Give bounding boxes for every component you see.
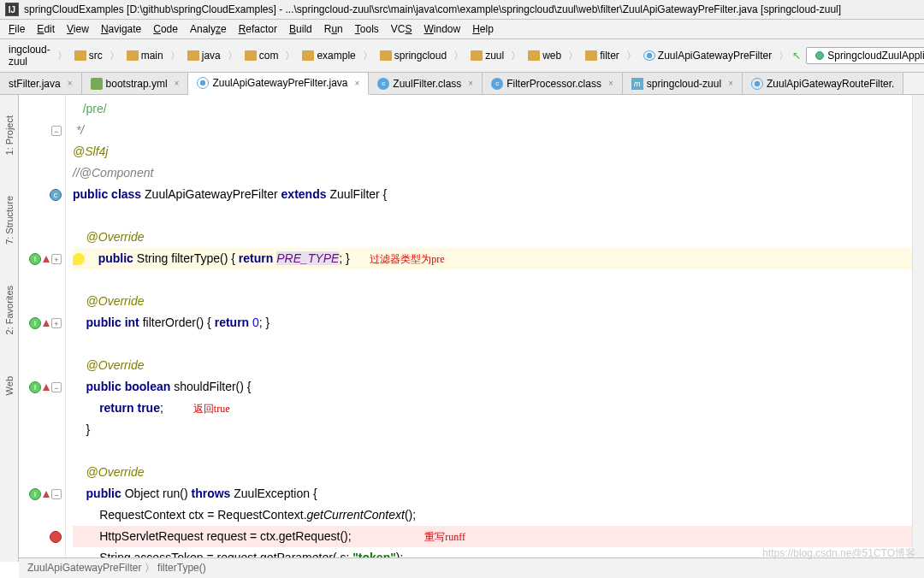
menu-run[interactable]: Run [319, 21, 348, 37]
annotation-text: 返回true [193, 403, 230, 415]
breadcrumb[interactable]: web [524, 48, 565, 63]
tab-file[interactable]: cFilterProcessor.class× [483, 73, 623, 94]
override-icon[interactable]: I [29, 317, 41, 329]
class-gutter-icon[interactable]: c [50, 189, 62, 201]
back-arrow-icon[interactable]: ↖ [792, 50, 801, 62]
close-icon[interactable]: × [68, 79, 73, 88]
folder-icon [380, 50, 392, 61]
tab-file[interactable]: ZuulApiGatewayPreFilter.java× [188, 73, 369, 95]
tool-web[interactable]: Web [4, 373, 15, 398]
run-config-label: SpringcloudZuulApplication [827, 50, 924, 62]
override-icon[interactable]: I [29, 253, 41, 265]
menu-bar: File Edit View Navigate Code Analyze Ref… [0, 20, 924, 39]
folder-icon [245, 50, 257, 61]
breadcrumb[interactable]: example [299, 48, 358, 63]
tool-project[interactable]: 1: Project [4, 112, 15, 158]
main-area: 1: Project 7: Structure 2: Favorites Web… [0, 95, 924, 562]
breadcrumb[interactable]: main [123, 48, 167, 63]
folder-icon [528, 50, 540, 61]
spring-icon [815, 51, 824, 60]
up-arrow-icon[interactable] [43, 256, 50, 262]
folder-icon [74, 50, 86, 61]
breadcrumb[interactable]: com [241, 48, 282, 63]
close-icon[interactable]: × [608, 79, 613, 88]
fold-icon[interactable]: + [51, 254, 62, 264]
gutter: − c I+ I+ I− I− [19, 95, 66, 562]
close-icon[interactable]: × [728, 79, 733, 88]
fold-icon[interactable]: − [51, 489, 62, 499]
yml-icon [91, 78, 103, 90]
java-icon [751, 78, 763, 90]
class-icon [643, 50, 655, 61]
close-icon[interactable]: × [468, 79, 473, 88]
menu-build[interactable]: Build [284, 21, 317, 37]
class-icon: c [377, 78, 389, 90]
breadcrumb-status[interactable]: ZuulApiGatewayPreFilter 〉 filterType() [27, 562, 206, 574]
bulb-icon[interactable] [73, 253, 85, 265]
menu-help[interactable]: Help [467, 21, 499, 37]
module-icon: m [631, 78, 643, 90]
folder-icon [302, 50, 314, 61]
up-arrow-icon[interactable] [43, 320, 50, 327]
tab-file[interactable]: ZuulApiGatewayRouteFilter. [743, 73, 903, 94]
java-icon [197, 77, 209, 89]
title-bar: IJ springCloudExamples [D:\github\spring… [0, 0, 924, 20]
breadcrumb[interactable]: java [184, 48, 224, 63]
menu-view[interactable]: View [62, 21, 94, 37]
run-config-select[interactable]: SpringcloudZuulApplication ▾ [806, 47, 924, 64]
menu-refactor[interactable]: Refactor [234, 21, 282, 37]
close-icon[interactable]: × [354, 79, 359, 88]
close-icon[interactable]: × [175, 79, 180, 88]
folder-icon [585, 50, 597, 61]
class-icon: c [491, 78, 503, 90]
menu-edit[interactable]: Edit [32, 21, 60, 37]
fold-icon[interactable]: − [51, 126, 62, 136]
menu-vcs[interactable]: VCS [386, 21, 418, 37]
fold-icon[interactable]: + [51, 318, 62, 328]
breadcrumb[interactable]: springcloud [376, 48, 450, 63]
breadcrumb[interactable]: src [71, 48, 106, 63]
tool-structure[interactable]: 7: Structure [4, 192, 15, 248]
breadcrumb[interactable]: filter [582, 48, 623, 63]
code-editor[interactable]: /pre/ */ @Slf4j //@Component public clas… [66, 95, 924, 562]
editor-tabs: stFilter.java× bootstrap.yml× ZuulApiGat… [0, 73, 924, 95]
tab-file[interactable]: mspringcloud-zuul× [623, 73, 743, 94]
folder-icon [471, 50, 483, 61]
folder-icon [187, 50, 199, 61]
up-arrow-icon[interactable] [43, 491, 50, 498]
scrollbar[interactable] [912, 95, 924, 562]
folder-icon [127, 50, 139, 61]
app-logo-icon: IJ [5, 3, 19, 16]
tab-file[interactable]: stFilter.java× [0, 73, 82, 94]
up-arrow-icon[interactable] [43, 384, 50, 391]
tab-file[interactable]: cZuulFilter.class× [369, 73, 483, 94]
breakpoint-icon[interactable] [50, 531, 62, 543]
tool-favorites[interactable]: 2: Favorites [4, 282, 15, 338]
nav-bar: ingcloud-zuul〉 src〉 main〉 java〉 com〉 exa… [0, 39, 924, 73]
watermark: https://blog.csdn.ne@51CTO博客 [762, 546, 915, 561]
annotation-text: 过滤器类型为pre [370, 253, 444, 265]
override-icon[interactable]: I [29, 381, 41, 393]
menu-analyze[interactable]: Analyze [185, 21, 232, 37]
override-icon[interactable]: I [29, 488, 41, 500]
menu-code[interactable]: Code [148, 21, 183, 37]
fold-icon[interactable]: − [51, 382, 62, 392]
menu-tools[interactable]: Tools [350, 21, 384, 37]
menu-window[interactable]: Window [418, 21, 465, 37]
menu-navigate[interactable]: Navigate [96, 21, 146, 37]
left-tool-strip: 1: Project 7: Structure 2: Favorites Web [0, 95, 19, 562]
window-title: springCloudExamples [D:\github\springClo… [24, 3, 841, 15]
breadcrumb[interactable]: ZuulApiGatewayPreFilter [640, 48, 775, 63]
tab-file[interactable]: bootstrap.yml× [82, 73, 189, 94]
annotation-text: 重写runff [424, 531, 465, 543]
breadcrumb[interactable]: zuul [467, 48, 507, 63]
menu-file[interactable]: File [3, 21, 30, 37]
breadcrumb[interactable]: ingcloud-zuul [5, 42, 54, 69]
